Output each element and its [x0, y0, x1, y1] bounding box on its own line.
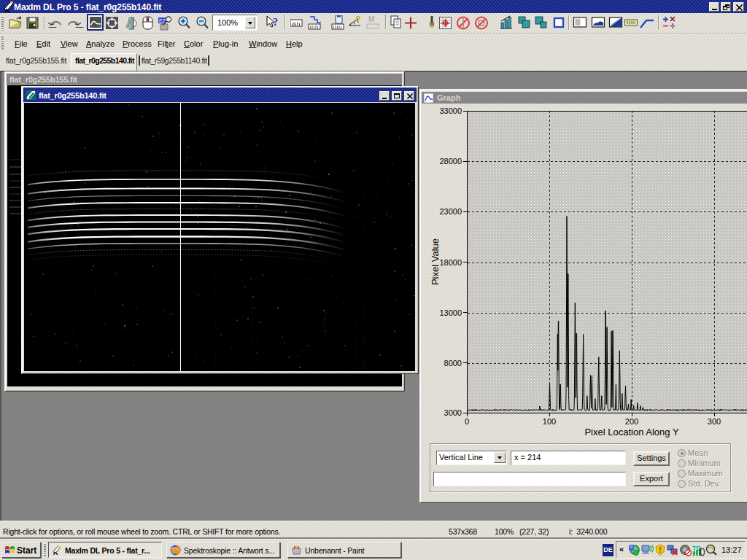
svg-text:3000: 3000	[444, 408, 462, 417]
svg-text:Pixel Location Along Y: Pixel Location Along Y	[584, 427, 678, 438]
svg-text:0: 0	[465, 417, 469, 426]
svg-text:28000: 28000	[439, 157, 462, 166]
svg-text:8000: 8000	[444, 359, 462, 368]
svg-text:13000: 13000	[439, 308, 462, 317]
svg-text:300: 300	[708, 417, 721, 426]
svg-text:23000: 23000	[439, 207, 462, 216]
svg-text:Pixel Value: Pixel Value	[430, 238, 441, 285]
svg-text:33000: 33000	[439, 106, 462, 115]
svg-text:!: !	[659, 546, 661, 554]
svg-text:?: ?	[273, 17, 278, 28]
svg-text:200: 200	[625, 417, 638, 426]
svg-text:18000: 18000	[439, 258, 462, 267]
svg-text:M: M	[368, 15, 374, 23]
svg-text:100: 100	[543, 417, 556, 426]
